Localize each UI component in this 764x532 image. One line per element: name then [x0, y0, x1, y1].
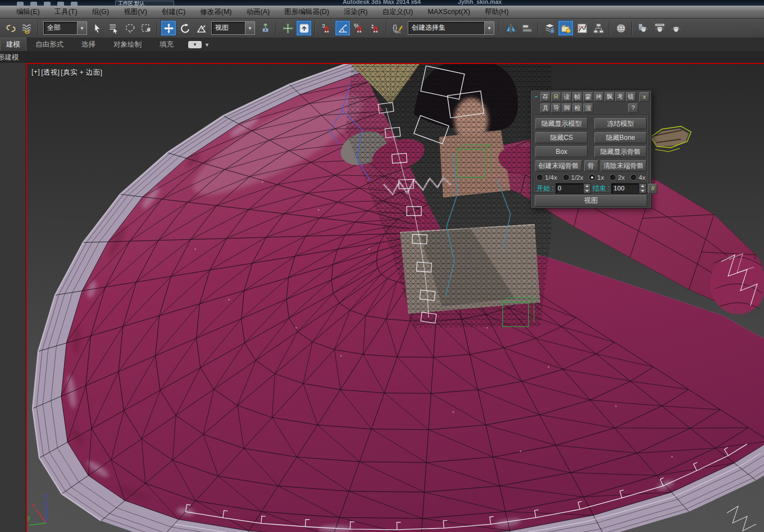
start-field[interactable]: 0	[556, 183, 591, 194]
keyboard-override-toggle[interactable]	[296, 20, 312, 36]
rate-radio-2x[interactable]: 2x	[610, 174, 625, 181]
ribbon-tab-3[interactable]: 对象绘制	[104, 38, 151, 51]
menu-item-10[interactable]: MAXScript(X)	[420, 8, 478, 16]
perspective-viewport[interactable]: zxy [+] [透视] [真实 + 边面]	[26, 63, 764, 532]
schematic-view-button[interactable]	[590, 20, 606, 36]
open-file-icon[interactable]	[30, 2, 37, 6]
panel-tool-button-1-4[interactable]: 蒙	[583, 92, 593, 102]
use-pivot-center-button[interactable]	[257, 20, 273, 36]
chevron-down-icon[interactable]: ▼	[484, 22, 494, 34]
panel-tool-button-1-6[interactable]: 飘	[604, 92, 615, 102]
ribbon-tab-2[interactable]: 选择	[72, 38, 104, 51]
render-setup-button[interactable]	[635, 20, 651, 36]
menu-item-11[interactable]: 帮助(H)	[478, 7, 516, 17]
selection-region-button[interactable]	[122, 20, 138, 36]
named-selection-sets-combo[interactable]: 创建选择集▼	[408, 21, 494, 35]
panel-tool-button-1-0[interactable]: 存	[540, 92, 551, 102]
curve-editor-button[interactable]	[574, 20, 590, 36]
panel-tool-button-2-1[interactable]: 导	[551, 103, 561, 113]
menu-item-1[interactable]: 工具(T)	[47, 7, 85, 17]
rate-radio-1-2x[interactable]: 1/2x	[563, 174, 584, 181]
quick-access-toolbar[interactable]	[17, 2, 78, 6]
chevron-down-icon[interactable]: ▼	[77, 22, 87, 34]
bind-to-space-warp-button[interactable]	[19, 20, 35, 36]
menu-item-5[interactable]: 修改器(M)	[193, 7, 239, 17]
skin-tools-floating-panel[interactable]: - 存R读帧蒙拷飘考镜 x 具导脚检渲 ? 隐藏显示模型冻结模型隐藏CS隐藏Bo…	[530, 90, 652, 208]
align-button[interactable]	[519, 20, 535, 36]
create-end-bone-button[interactable]: 创建末端骨骼	[535, 160, 582, 171]
panel-tool-button-1-1[interactable]: R	[551, 92, 561, 102]
panel-help-button[interactable]: ?	[628, 103, 638, 113]
select-and-manipulate-button[interactable]	[280, 20, 295, 36]
percent-snap-toggle[interactable]: %	[351, 20, 367, 36]
menu-item-7[interactable]: 图形编辑器(D)	[277, 7, 336, 17]
viewport-menu-plus[interactable]: [+]	[31, 68, 40, 78]
menu-item-0[interactable]: 编辑(E)	[9, 7, 47, 17]
rate-radio-4x[interactable]: 4x	[630, 174, 645, 181]
panel-tool-button-1-3[interactable]: 帧	[572, 92, 583, 102]
render-production-button[interactable]	[668, 20, 684, 36]
clear-end-bones-button[interactable]: 清除末端骨骼	[601, 160, 647, 171]
spinner-snap-toggle[interactable]	[367, 20, 383, 36]
menu-item-9[interactable]: 自定义(U)	[375, 7, 420, 17]
chevron-down-icon[interactable]: ▼	[245, 22, 254, 34]
end-field[interactable]: 100	[611, 183, 647, 194]
selection-filter-combo[interactable]: 全部▼	[43, 21, 87, 35]
menu-item-3[interactable]: 视图(V)	[116, 7, 154, 17]
menu-item-8[interactable]: 渲染(R)	[336, 7, 375, 17]
workspace-combo[interactable]: 工作区:默认	[115, 1, 174, 6]
select-and-link-button[interactable]	[3, 20, 19, 36]
rate-radio-1-4x[interactable]: 1/4x	[536, 174, 557, 181]
layer-manager-button[interactable]	[542, 20, 557, 36]
select-and-rotate-button[interactable]	[177, 20, 193, 36]
ribbon-tab-1[interactable]: 自由形式	[26, 38, 72, 51]
angle-snap-toggle[interactable]	[335, 20, 351, 36]
end-spinner[interactable]	[639, 184, 646, 193]
ribbon-tab-4[interactable]: 填充	[151, 38, 183, 51]
ribbon-minimize-button[interactable]: ▼▼	[188, 41, 210, 48]
hash-button[interactable]: #	[648, 184, 657, 194]
new-file-icon[interactable]	[17, 2, 24, 6]
box-mode-button[interactable]: Box	[535, 146, 588, 157]
reference-coordinate-combo[interactable]: 视图▼	[211, 21, 255, 35]
panel-tool-button-1-7[interactable]: 考	[615, 92, 625, 102]
mirror-button[interactable]	[503, 20, 519, 36]
undo-icon[interactable]	[57, 2, 64, 6]
edit-named-selection-sets-button[interactable]: {}ABC	[390, 20, 406, 36]
redo-icon[interactable]	[71, 2, 78, 6]
panel-tool-button-2-4[interactable]: 渲	[583, 103, 593, 113]
freeze-model-button[interactable]: 冻结模型	[594, 118, 647, 129]
selected-object[interactable]	[651, 126, 691, 152]
panel-tool-button-2-3[interactable]: 检	[572, 103, 583, 113]
polygon-modeling-panel-label[interactable]: 形建模	[0, 53, 19, 62]
panel-tool-button-1-5[interactable]: 拷	[594, 92, 604, 102]
viewport-shading-label[interactable]: [真实 + 边面]	[61, 68, 102, 78]
viewport-pov-label[interactable]: [透视]	[41, 68, 60, 78]
menu-item-6[interactable]: 动画(A)	[239, 7, 277, 17]
bone-button[interactable]: 骨	[584, 160, 598, 171]
select-and-move-button[interactable]	[161, 20, 176, 36]
hide-cs-button[interactable]: 隐藏CS	[535, 132, 588, 143]
start-spinner[interactable]	[583, 184, 590, 193]
material-editor-button[interactable]	[613, 20, 629, 36]
viewport-label[interactable]: [+] [透视] [真实 + 边面]	[31, 68, 102, 78]
hide-show-bones-button[interactable]: 隐藏显示骨骼	[594, 146, 647, 157]
rate-radio-1x[interactable]: 1x	[589, 174, 604, 181]
menu-item-4[interactable]: 创建(C)	[154, 7, 193, 17]
panel-close-button[interactable]: x	[639, 92, 649, 102]
panel-minimize-button[interactable]: -	[532, 93, 540, 101]
view-button[interactable]: 视图	[535, 195, 647, 207]
select-and-scale-button[interactable]	[193, 20, 209, 36]
panel-tool-button-2-0[interactable]: 具	[540, 103, 551, 113]
hide-bone-button[interactable]: 隐藏Bone	[594, 132, 647, 143]
ribbon-tab-0[interactable]: 建模	[0, 38, 26, 51]
panel-tool-button-1-2[interactable]: 读	[562, 92, 572, 102]
select-object-button[interactable]	[89, 20, 105, 36]
scene-explorer-toggle[interactable]	[558, 20, 574, 36]
select-by-name-button[interactable]	[106, 20, 121, 36]
save-file-icon[interactable]	[44, 2, 51, 6]
menu-item-2[interactable]: 组(G)	[85, 7, 117, 17]
snap-toggle-3d-button[interactable]: 3	[319, 20, 334, 36]
hide-show-model-button[interactable]: 隐藏显示模型	[535, 118, 588, 129]
rendered-frame-window-button[interactable]	[652, 20, 667, 36]
